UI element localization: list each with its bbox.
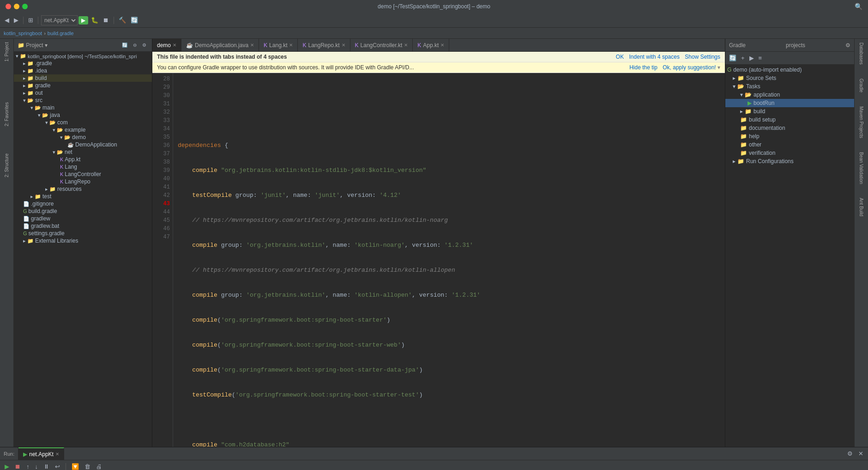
- list-item[interactable]: ▾ 📂 main: [14, 104, 152, 111]
- settings-bottom-button[interactable]: ⚙: [845, 449, 855, 458]
- scroll-up-button[interactable]: ↑: [24, 462, 31, 470]
- tab-langrepo[interactable]: K LangRepo.kt ✕: [298, 39, 350, 51]
- list-item[interactable]: 📁 verification: [725, 149, 854, 157]
- run-config-select[interactable]: net.AppKt: [41, 15, 78, 25]
- close-button[interactable]: [6, 4, 11, 9]
- tab-close-icon[interactable]: ✕: [250, 43, 254, 48]
- gradle-toggle-button[interactable]: ≡: [757, 54, 764, 62]
- list-item[interactable]: ▾ 📂 example: [14, 126, 152, 134]
- code-content[interactable]: dependencies { compile "org.jetbrains.ko…: [173, 73, 725, 447]
- tab-close-icon[interactable]: ✕: [173, 43, 176, 48]
- list-item[interactable]: K LangRepo: [14, 178, 152, 185]
- build-button[interactable]: 🔨: [117, 16, 128, 24]
- bottom-tab-run[interactable]: ▶ net.AppKt ✕: [18, 447, 64, 460]
- scroll-down-button[interactable]: ↓: [33, 462, 40, 470]
- project-view-button[interactable]: ⊞: [26, 16, 35, 24]
- sidebar-item-favorites[interactable]: 2: Favorites: [3, 101, 11, 128]
- list-item[interactable]: ▶ bootRun: [725, 99, 854, 107]
- tab-close-icon[interactable]: ✕: [404, 43, 408, 48]
- gradle-settings-icon[interactable]: ⚙: [845, 42, 850, 49]
- list-item[interactable]: ▾ 📂 Tasks: [725, 82, 854, 91]
- list-item[interactable]: 📁 other: [725, 140, 854, 149]
- ok-link[interactable]: OK: [616, 54, 624, 60]
- minimize-button[interactable]: [14, 4, 19, 9]
- list-item[interactable]: ▾ 📂 com: [14, 119, 152, 126]
- list-item[interactable]: ▸ 📁 resources: [14, 185, 152, 193]
- tab-close-icon[interactable]: ✕: [289, 43, 293, 48]
- list-item[interactable]: ▸ 📁 Run Configurations: [725, 157, 854, 165]
- hide-tip-link[interactable]: Hide the tip: [629, 64, 657, 71]
- debug-button[interactable]: 🐛: [89, 16, 100, 24]
- list-item[interactable]: K LangController: [14, 171, 152, 178]
- list-item[interactable]: ▸ 📁 build: [725, 107, 854, 116]
- list-item[interactable]: ▸ 📁 .idea: [14, 67, 152, 74]
- collapse-all-button[interactable]: ⊖: [131, 42, 139, 49]
- sidebar-item-bean-validation[interactable]: Bean Validation: [857, 150, 866, 186]
- tab-demo[interactable]: demo ✕: [152, 39, 181, 51]
- list-item[interactable]: K Lang: [14, 163, 152, 171]
- list-item[interactable]: ▸ 📁 gradle: [14, 82, 152, 89]
- stop-run-button[interactable]: ⏹: [13, 462, 23, 470]
- tree-root[interactable]: ▾ 📁 kotlin_springboot [demo] ~/TestSpace…: [14, 53, 152, 60]
- clear-button[interactable]: 🗑: [83, 462, 92, 470]
- apply-suggestion-link[interactable]: Ok, apply suggestion!: [663, 64, 716, 71]
- list-item[interactable]: K App.kt: [14, 156, 152, 163]
- list-item[interactable]: G settings.gradle: [14, 230, 152, 237]
- tab-lang[interactable]: K Lang.kt ✕: [259, 39, 298, 51]
- indent-with-4-link[interactable]: Indent with 4 spaces: [629, 54, 680, 60]
- sync-project-button[interactable]: 🔄: [120, 42, 129, 49]
- list-item[interactable]: 📄 .gitignore: [14, 200, 152, 208]
- list-item[interactable]: ▾ 📂 demo: [14, 134, 152, 141]
- rerun-button[interactable]: ▶: [3, 462, 11, 470]
- list-item[interactable]: ▸ 📁 out: [14, 89, 152, 97]
- tab-appkt[interactable]: K App.kt ✕: [413, 39, 449, 51]
- list-item[interactable]: 📄 gradlew: [14, 215, 152, 222]
- list-item[interactable]: 📄 gradlew.bat: [14, 222, 152, 230]
- tab-close-icon[interactable]: ✕: [440, 43, 444, 48]
- gradle-run-button[interactable]: ▶: [747, 54, 756, 62]
- breadcrumb-item-2[interactable]: build.gradle: [48, 31, 74, 36]
- show-settings-link[interactable]: Show Settings: [685, 54, 720, 60]
- list-item[interactable]: G demo (auto-import enabled): [725, 66, 854, 74]
- sync-button[interactable]: 🔄: [129, 16, 140, 24]
- settings-project-button[interactable]: ⚙: [140, 42, 148, 49]
- sidebar-item-ant-build[interactable]: Ant Build: [857, 196, 866, 218]
- soft-wrap-button[interactable]: ↩: [53, 462, 62, 470]
- list-item[interactable]: ▸ 📁 Source Sets: [725, 74, 854, 82]
- forward-button[interactable]: ▶: [12, 16, 20, 24]
- sidebar-item-project[interactable]: 1: Project: [3, 41, 11, 63]
- close-bottom-button[interactable]: ✕: [856, 449, 865, 458]
- sidebar-item-gradle[interactable]: Gradle: [857, 77, 866, 94]
- list-item[interactable]: ▾ 📂 java: [14, 111, 152, 119]
- list-item[interactable]: ▾ 📂 src: [14, 97, 152, 104]
- breadcrumb-item-1[interactable]: kotlin_springboot: [4, 31, 42, 36]
- sidebar-item-databases[interactable]: Databases: [857, 41, 866, 67]
- list-item[interactable]: ☕ DemoApplication: [14, 141, 152, 148]
- list-item[interactable]: 📁 build setup: [725, 116, 854, 124]
- tab-close-icon[interactable]: ✕: [342, 43, 345, 48]
- list-item[interactable]: ▸ 📁 test: [14, 193, 152, 200]
- list-item[interactable]: ▸ 📁 .gradle: [14, 60, 152, 67]
- maximize-button[interactable]: [22, 4, 28, 9]
- tab-demoapplication[interactable]: ☕ DemoApplication.java ✕: [181, 39, 259, 51]
- run-button[interactable]: ▶: [78, 16, 88, 24]
- code-editor[interactable]: 28 29 30 31 32 33 34 35 36 37 38 39 40 4…: [152, 73, 725, 447]
- gradle-add-button[interactable]: +: [739, 54, 747, 62]
- list-item[interactable]: 📁 help: [725, 132, 854, 140]
- print-button[interactable]: 🖨: [94, 462, 104, 470]
- notif-close-icon[interactable]: ▾: [717, 64, 720, 71]
- sidebar-item-structure[interactable]: 2: Structure: [3, 152, 11, 179]
- pause-button[interactable]: ⏸: [42, 462, 51, 470]
- back-button[interactable]: ◀: [3, 16, 11, 24]
- search-icon[interactable]: 🔍: [855, 3, 862, 10]
- list-item[interactable]: ▾ 📂 application: [725, 91, 854, 99]
- tab-close-icon[interactable]: ✕: [55, 452, 59, 457]
- sidebar-item-maven[interactable]: Maven Projects: [857, 104, 866, 140]
- filter-button[interactable]: 🔽: [70, 462, 81, 470]
- gradle-refresh-button[interactable]: 🔄: [727, 54, 738, 62]
- list-item[interactable]: ▸ 📁 build: [14, 74, 152, 82]
- stop-button[interactable]: ⏹: [101, 16, 111, 24]
- list-item[interactable]: 📁 documentation: [725, 124, 854, 132]
- list-item[interactable]: ▸ 📁 External Libraries: [14, 237, 152, 244]
- list-item[interactable]: G build.gradle: [14, 208, 152, 215]
